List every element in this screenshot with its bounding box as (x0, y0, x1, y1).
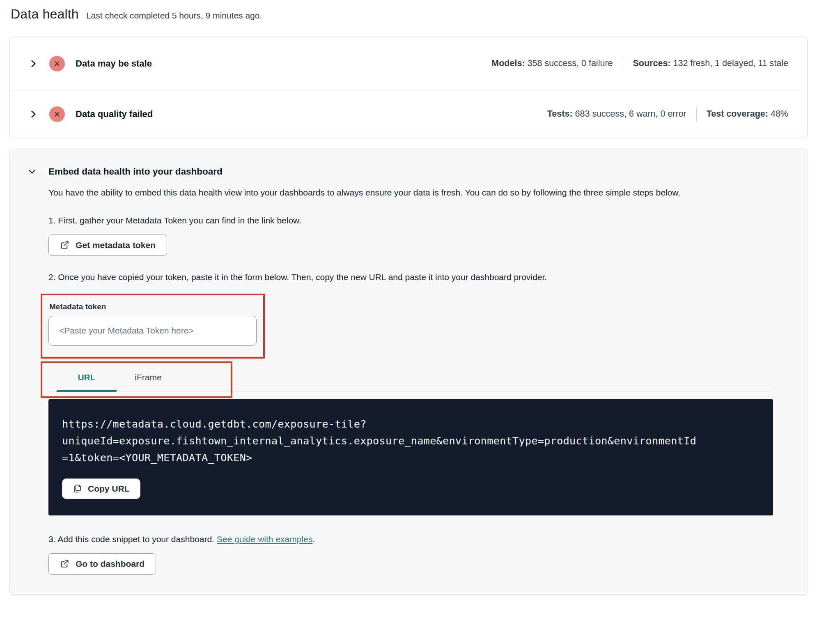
embed-section: Embed data health into your dashboard Yo… (9, 149, 808, 595)
embed-url-line: =1&token=<YOUR_METADATA_TOKEN> (62, 449, 759, 466)
go-to-dashboard-button[interactable]: Go to dashboard (48, 553, 156, 575)
test-coverage-stat-value: 48% (771, 109, 788, 119)
tab-url[interactable]: URL (56, 365, 117, 391)
step3-text: 3. Add this code snippet to your dashboa… (48, 534, 781, 544)
panel-stats: Models: 358 success, 0 failure Sources: … (491, 56, 788, 71)
copy-url-button[interactable]: Copy URL (62, 478, 140, 499)
sources-stat-label: Sources: (633, 58, 671, 68)
panel-stats: Tests: 683 success, 6 warn, 0 error Test… (547, 107, 788, 122)
panel-data-quality-failed[interactable]: Data quality failed Tests: 683 success, … (10, 90, 807, 138)
tab-iframe[interactable]: iFrame (117, 365, 179, 391)
tests-stat: Tests: 683 success, 6 warn, 0 error (547, 109, 686, 119)
embed-section-header[interactable]: Embed data health into your dashboard (27, 166, 781, 177)
status-panels: Data may be stale Models: 358 success, 0… (9, 37, 808, 138)
step3-text-after-link: . (312, 534, 315, 544)
get-metadata-token-label: Get metadata token (76, 240, 156, 250)
get-metadata-token-button[interactable]: Get metadata token (48, 235, 167, 256)
error-circle-icon (49, 56, 65, 71)
embed-url-code-block: https://metadata.cloud.getdbt.com/exposu… (48, 399, 773, 515)
error-circle-icon (49, 106, 65, 122)
panel-data-may-be-stale[interactable]: Data may be stale Models: 358 success, 0… (10, 37, 807, 90)
sources-stat-value: 132 fresh, 1 delayed, 11 stale (673, 58, 789, 68)
embed-section-body: You have the ability to embed this data … (48, 186, 781, 575)
models-stat: Models: 358 success, 0 failure (491, 58, 613, 69)
data-health-page: Data health Last check completed 5 hours… (0, 0, 817, 644)
tests-stat-label: Tests: (547, 109, 573, 119)
page-title: Data health (11, 7, 79, 22)
see-guide-link[interactable]: See guide with examples (217, 534, 312, 544)
test-coverage-stat-label: Test coverage: (707, 109, 768, 119)
step2-text: 2. Once you have copied your token, past… (48, 272, 781, 282)
sources-stat: Sources: 132 fresh, 1 delayed, 11 stale (633, 58, 789, 69)
external-link-icon (60, 240, 69, 250)
copy-url-label: Copy URL (88, 484, 130, 494)
embed-description: You have the ability to embed this data … (48, 186, 689, 199)
output-tabs-area: URL iFrame (48, 365, 781, 392)
panel-left: Data quality failed (28, 106, 153, 122)
test-coverage-stat: Test coverage: 48% (707, 109, 788, 119)
models-stat-value: 358 success, 0 failure (528, 58, 613, 68)
tests-stat-value: 683 success, 6 warn, 0 error (575, 109, 686, 119)
external-link-icon (60, 559, 69, 568)
metadata-token-highlight-box: Metadata token (41, 294, 265, 359)
chevron-down-icon[interactable] (27, 167, 37, 177)
metadata-token-input[interactable] (48, 316, 257, 346)
step3-text-before-link: 3. Add this code snippet to your dashboa… (48, 534, 217, 544)
stats-divider (696, 107, 697, 122)
last-check-status: Last check completed 5 hours, 9 minutes … (86, 11, 262, 21)
output-tabs: URL iFrame (48, 365, 773, 392)
embed-url-line: https://metadata.cloud.getdbt.com/exposu… (62, 416, 759, 432)
chevron-right-icon[interactable] (28, 58, 39, 69)
panel-title: Data may be stale (76, 58, 152, 69)
page-header: Data health Last check completed 5 hours… (0, 0, 817, 22)
panel-left: Data may be stale (28, 56, 152, 71)
go-to-dashboard-label: Go to dashboard (76, 559, 145, 569)
panel-title: Data quality failed (76, 109, 153, 120)
embed-section-title: Embed data health into your dashboard (48, 166, 223, 177)
step1-text: 1. First, gather your Metadata Token you… (48, 216, 781, 225)
stats-divider (623, 56, 623, 71)
copy-icon (73, 484, 82, 493)
metadata-token-label: Metadata token (49, 302, 252, 311)
models-stat-label: Models: (491, 58, 525, 68)
chevron-right-icon[interactable] (28, 109, 39, 120)
embed-url-line: uniqueId=exposure.fishtown_internal_anal… (62, 432, 759, 449)
